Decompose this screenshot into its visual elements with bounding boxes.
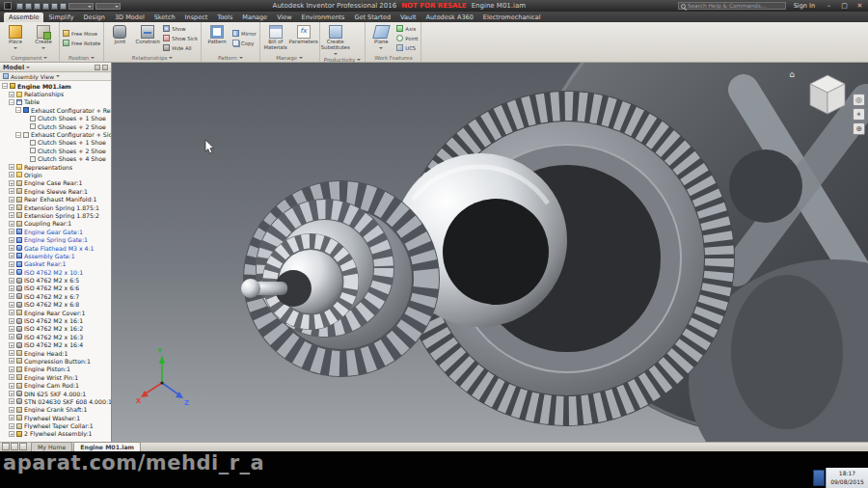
tree-expander[interactable]: + bbox=[9, 197, 14, 203]
axis-button[interactable]: Axis bbox=[396, 24, 418, 33]
browser-tree-item[interactable]: − Table bbox=[0, 98, 111, 106]
point-button[interactable]: Point bbox=[396, 34, 418, 42]
browser-tree-item[interactable]: + Engine Spring Gate:1 bbox=[0, 235, 111, 243]
tree-expander[interactable]: + bbox=[9, 302, 14, 308]
cascade-view-icon[interactable] bbox=[19, 443, 27, 450]
tree-expander[interactable]: + bbox=[9, 164, 14, 170]
browser-tree-item[interactable]: + Engine Cam Rod:1 bbox=[0, 381, 111, 389]
tree-expander[interactable]: + bbox=[9, 366, 14, 372]
tree-expander[interactable] bbox=[22, 140, 28, 146]
tree-expander[interactable]: + bbox=[9, 172, 14, 177]
tree-expander[interactable]: + bbox=[9, 383, 14, 389]
tree-expander[interactable]: + bbox=[9, 229, 14, 234]
browser-pin-icon[interactable] bbox=[102, 65, 108, 70]
search-input[interactable] bbox=[688, 3, 783, 9]
place-button[interactable]: Place bbox=[2, 23, 29, 53]
ribbon-tab[interactable]: Sketch bbox=[149, 13, 180, 22]
browser-tree-item[interactable]: + ISO 4762 M2 x 16:1 bbox=[0, 316, 111, 324]
print-icon[interactable] bbox=[60, 3, 67, 10]
browser-tree-item[interactable]: Clutch Shoes + 1 Shoe bbox=[0, 115, 111, 122]
material-combo[interactable] bbox=[68, 3, 94, 10]
tree-expander[interactable]: + bbox=[9, 350, 14, 356]
browser-filter-icon[interactable] bbox=[95, 65, 100, 70]
tree-expander[interactable]: + bbox=[9, 423, 14, 429]
create-button[interactable]: Create bbox=[30, 23, 57, 53]
tree-expander[interactable]: + bbox=[9, 310, 14, 315]
browser-tree-item[interactable]: + ISO 4762 M2 x 6:6 bbox=[0, 285, 111, 292]
create-substitutes-button[interactable]: Create Substitutes bbox=[322, 23, 349, 57]
tree-expander[interactable]: + bbox=[9, 374, 14, 380]
document-tab[interactable]: My Home bbox=[31, 442, 72, 451]
tree-expander[interactable]: + bbox=[9, 334, 14, 339]
tree-expander[interactable]: + bbox=[9, 293, 14, 299]
tray-clock[interactable]: 18:17 09/08/2015 bbox=[826, 468, 868, 488]
browser-tree-item[interactable]: Clutch Shoes + 2 Shoe bbox=[0, 147, 111, 154]
tree-expander[interactable]: + bbox=[9, 415, 14, 420]
show-button[interactable]: Show bbox=[163, 24, 198, 33]
tree-expander[interactable]: + bbox=[9, 358, 14, 364]
browser-tree-item[interactable]: + ISO 4762 M2 x 6:7 bbox=[0, 292, 111, 300]
hide-all-button[interactable]: Hide All bbox=[163, 43, 198, 52]
browser-tree-item[interactable]: + ISO 4762 M2 x 6:5 bbox=[0, 276, 111, 284]
assembly-view-dropdown[interactable]: Assembly View bbox=[11, 73, 54, 80]
browser-tree-item[interactable]: + Engine Case Rear:1 bbox=[0, 179, 111, 187]
browser-tree-item[interactable]: + Compression Button:1 bbox=[0, 357, 111, 365]
group-label-pattern[interactable]: Pattern bbox=[203, 53, 258, 62]
browser-tree-item[interactable]: + Engine Wrist Pin:1 bbox=[0, 373, 111, 381]
browser-tree-item[interactable]: + Engine Piston:1 bbox=[0, 366, 111, 373]
close-button[interactable]: ✕ bbox=[854, 2, 866, 10]
home-view-icon[interactable]: ⌂ bbox=[789, 70, 795, 79]
maximize-button[interactable]: ▢ bbox=[838, 2, 851, 10]
parameters-button[interactable]: fx Parameters bbox=[290, 23, 317, 53]
tree-expander[interactable]: + bbox=[9, 221, 14, 227]
browser-tree-item[interactable]: + Gate Flathead M3 x 4:1 bbox=[0, 244, 111, 252]
tree-expander[interactable]: + bbox=[9, 212, 14, 218]
tree-expander[interactable]: + bbox=[9, 269, 14, 275]
browser-tree-item[interactable]: + ISO 4762 M2 x 16:3 bbox=[0, 333, 111, 340]
ribbon-tab[interactable]: Autodesk A360 bbox=[421, 13, 478, 22]
minimize-button[interactable]: – bbox=[823, 2, 835, 10]
free-rotate-button[interactable]: Free Rotate bbox=[63, 39, 100, 47]
group-label-relationships[interactable]: Relationships bbox=[106, 53, 199, 62]
free-move-button[interactable]: Free Move bbox=[63, 29, 100, 38]
joint-button[interactable]: Joint bbox=[106, 23, 133, 53]
tree-expander[interactable]: − bbox=[9, 99, 14, 105]
browser-tree-item[interactable]: + Rear Exhaust Manifold:1 bbox=[0, 195, 111, 203]
group-label-component[interactable]: Component bbox=[2, 53, 57, 62]
ribbon-tab[interactable]: Simplify bbox=[43, 13, 78, 22]
tree-expander[interactable]: + bbox=[9, 204, 14, 210]
ribbon-tab[interactable]: Design bbox=[79, 13, 110, 22]
tree-expander[interactable] bbox=[22, 156, 28, 162]
pan-tool-icon[interactable]: ⌖ bbox=[853, 108, 865, 121]
tree-expander[interactable]: + bbox=[9, 285, 14, 291]
tree-expander[interactable]: + bbox=[9, 391, 14, 396]
viewport-3d[interactable]: X Y Z ⌂ ◎ ⌖ ⊕ bbox=[112, 63, 868, 442]
browser-tree-item[interactable]: Clutch Shoes + 1 Shoe bbox=[0, 139, 111, 147]
tree-expander[interactable] bbox=[22, 116, 28, 122]
appearance-combo[interactable] bbox=[95, 3, 121, 10]
ribbon-tab[interactable]: Vault bbox=[395, 13, 420, 22]
ribbon-tab[interactable]: Assemble bbox=[4, 13, 43, 22]
ribbon-tab[interactable]: Electromechanical bbox=[478, 13, 546, 22]
tree-expander[interactable]: + bbox=[9, 261, 14, 267]
view-cube[interactable] bbox=[800, 67, 854, 121]
browser-tree-item[interactable]: + ISO 4762 M2 x 16:2 bbox=[0, 325, 111, 333]
browser-tree-item[interactable]: + Origin bbox=[0, 171, 111, 178]
copy-button[interactable]: Copy bbox=[232, 39, 257, 47]
browser-tree-item[interactable]: + Flywheel Washer:1 bbox=[0, 414, 111, 421]
tree-expander[interactable]: + bbox=[9, 180, 14, 186]
tree-expander[interactable]: + bbox=[9, 278, 14, 284]
browser-tree-item[interactable]: + DIN 625 SKF 4.000:1 bbox=[0, 390, 111, 397]
browser-tree-item[interactable]: + Representations bbox=[0, 163, 111, 171]
document-tab[interactable]: Engine M01.iam bbox=[73, 442, 141, 451]
pattern-button[interactable]: Pattern bbox=[203, 23, 231, 53]
tree-expander[interactable]: − bbox=[15, 107, 21, 113]
browser-toggle-icon[interactable] bbox=[2, 443, 10, 450]
ribbon-tab[interactable]: Tools bbox=[212, 13, 237, 22]
browser-tree-item[interactable]: + Extension Spring 1.875:1 bbox=[0, 203, 111, 211]
browser-tree-item[interactable]: + ISO 4762 M2 x 6:8 bbox=[0, 301, 111, 309]
tree-expander[interactable]: + bbox=[9, 245, 14, 251]
tree-expander[interactable]: + bbox=[9, 407, 14, 413]
tile-view-icon[interactable] bbox=[11, 443, 18, 450]
ribbon-tab[interactable]: 3D Model bbox=[110, 13, 149, 22]
